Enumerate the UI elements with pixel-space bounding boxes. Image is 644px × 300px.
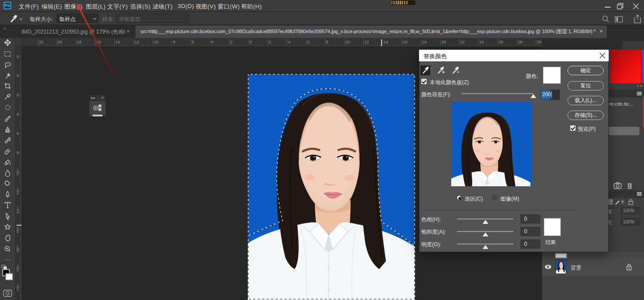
svg-text:4: 4 xyxy=(288,40,290,44)
svg-text:2: 2 xyxy=(230,40,233,44)
svg-text:6: 6 xyxy=(192,40,194,44)
svg-text:6: 6 xyxy=(307,40,309,44)
svg-text:10: 10 xyxy=(345,40,350,44)
svg-text:26: 26 xyxy=(499,40,503,44)
svg-text:8: 8 xyxy=(173,40,175,44)
svg-text:4: 4 xyxy=(211,40,213,44)
svg-text:30: 30 xyxy=(537,40,542,44)
svg-text:16: 16 xyxy=(403,40,407,44)
svg-text:24: 24 xyxy=(479,40,484,44)
svg-text:14: 14 xyxy=(384,40,388,44)
svg-text:28: 28 xyxy=(518,40,522,44)
svg-text:8: 8 xyxy=(326,40,328,44)
svg-text:20: 20 xyxy=(441,40,446,44)
svg-text:22: 22 xyxy=(460,40,465,44)
svg-text:12: 12 xyxy=(135,40,139,44)
svg-text:18: 18 xyxy=(422,40,427,44)
svg-text:10: 10 xyxy=(154,40,158,44)
svg-text:2: 2 xyxy=(269,40,271,44)
svg-text:20: 20 xyxy=(58,40,62,44)
svg-text:❄ Ps图像处理: ❄ Ps图像处理 xyxy=(382,292,407,297)
svg-text:12: 12 xyxy=(364,40,369,44)
svg-text:22: 22 xyxy=(39,40,43,44)
svg-text:0: 0 xyxy=(250,40,252,44)
